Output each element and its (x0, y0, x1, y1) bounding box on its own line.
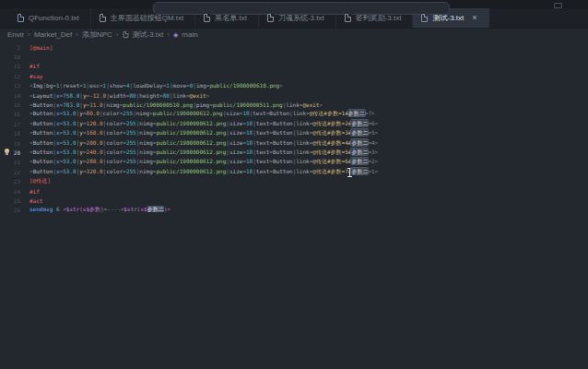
line-number: 18 (0, 130, 24, 137)
code-token: link (296, 120, 309, 126)
code-token: loadDelay (133, 82, 163, 89)
layout-toggle-icon[interactable] (554, 3, 562, 8)
code-token: text (256, 120, 269, 126)
code-text: [@传送] (24, 177, 51, 185)
code-token: 200.0 (87, 139, 103, 146)
code-token: text (256, 149, 269, 155)
lightbulb-icon[interactable] (4, 149, 10, 156)
file-icon (123, 31, 128, 38)
code-token: @传送#参数=1# (310, 110, 348, 116)
breadcrumb-item[interactable]: 添加NPC (82, 30, 112, 40)
code-token: public/1900000612.png (156, 158, 226, 164)
code-token: public/1900000612.png (156, 168, 226, 174)
code-token: #if (29, 188, 40, 195)
code-token: 53.0 (63, 139, 76, 146)
code-token: 255 (126, 149, 136, 155)
code-line[interactable]: 15<Button|x=783.0|y=11.0|nimg=public/190… (0, 100, 588, 109)
code-token: text (256, 139, 269, 146)
file-icon (421, 14, 428, 22)
code-line[interactable]: 18<Button|x=53.0|y=160.0|color=255|nimg=… (0, 129, 588, 138)
occurrence-highlight: 参数二 (348, 110, 365, 116)
code-text: <Button|x=783.0|y=11.0|nimg=public/19000… (24, 101, 323, 108)
code-text: #say (24, 73, 42, 79)
occurrence-highlight: 参数二 (351, 158, 368, 164)
code-token: size (229, 120, 242, 126)
line-number: 15 (0, 101, 24, 108)
command-center-box[interactable] (153, 2, 450, 15)
code-token: =3> (368, 149, 378, 155)
line-number: 25 (0, 197, 24, 204)
line-number: 11 (0, 63, 24, 69)
code-token: @传送#参数=7# (312, 168, 351, 174)
code-line[interactable]: 16<Button|x=53.0|y=80.0|color=255|nimg=p… (0, 110, 588, 119)
code-token: 255 (123, 110, 133, 116)
code-token: link (296, 139, 309, 146)
code-token: color (106, 168, 123, 174)
occurrence-highlight: 参数二 (351, 139, 368, 146)
breadcrumb-item[interactable]: 测试-3.txt (133, 30, 164, 40)
code-token: @传送#参数=6# (312, 158, 351, 164)
line-number: 12 (0, 73, 24, 79)
code-line[interactable]: 23[@传送] (0, 176, 588, 185)
code-text: <Button|x=53.0|y=80.0|color=255|nimg=pub… (24, 110, 375, 118)
code-line[interactable]: 25#act (0, 196, 588, 205)
code-line[interactable]: 14<Layout|x=758.0|y=-12.0|width=80|heigh… (0, 90, 588, 100)
code-token: Button (273, 129, 293, 136)
code-token: 11.0 (89, 101, 102, 108)
tab-QFunction-0.txt[interactable]: QFunction-0.txt (9, 8, 91, 28)
code-token: size (229, 129, 242, 136)
code-token: 255 (126, 168, 136, 174)
code-line[interactable]: 24#if (0, 186, 588, 196)
code-line[interactable]: 17<Button|x=53.0|y=120.0|color=255|nimg=… (0, 119, 588, 128)
breadcrumb-item[interactable]: Market_Def (34, 30, 72, 39)
code-text: <Button|x=53.0|y=120.0|color=255|nimg=pu… (24, 120, 378, 128)
close-tab-icon[interactable]: × (472, 14, 476, 22)
breadcrumb-separator: › (28, 30, 30, 39)
code-token: )> (164, 206, 171, 212)
occurrence-highlight: 参数二 (351, 149, 368, 155)
code-token: public/1900000612.png (156, 149, 226, 155)
code-token: color (106, 139, 123, 146)
breadcrumb: Envir›Market_Def›添加NPC›测试-3.txt›◈main (0, 29, 588, 41)
code-token: size (229, 158, 242, 164)
code-token: 240.0 (87, 149, 103, 155)
code-line[interactable]: 10 (0, 52, 588, 61)
code-text: #if (24, 63, 40, 69)
code-token: 53.0 (63, 110, 76, 116)
code-token: reset (63, 82, 79, 89)
code-token: 53.0 (63, 158, 76, 164)
breadcrumb-item[interactable]: main (182, 30, 197, 39)
code-token: color (106, 120, 123, 126)
line-number: 19 (0, 140, 24, 147)
code-line[interactable]: 22<Button|x=53.0|y=320.0|color=255|nimg=… (0, 167, 588, 176)
code-token: 53.0 (63, 149, 76, 155)
code-token: public/1900000612.png (156, 120, 226, 126)
code-text: <Img|bg=1|reset=1|esc=1|show=4|loadDelay… (24, 82, 283, 89)
code-token: =1> (368, 168, 378, 174)
code-token: link (296, 158, 309, 164)
code-token: link (296, 129, 309, 136)
breadcrumb-item[interactable]: Envir (7, 30, 24, 39)
code-token: width (110, 92, 126, 99)
code-token: 783.0 (63, 101, 79, 108)
code-token: 53.0 (63, 168, 76, 174)
code-line[interactable]: 19<Button|x=53.0|y=200.0|color=255|nimg=… (0, 138, 588, 148)
code-editor[interactable]: 1[@main]1011#if12#say13<Img|bg=1|reset=1… (0, 41, 588, 215)
code-line[interactable]: 1[@main] (0, 42, 588, 52)
code-line[interactable]: 20<Button|x=53.0|y=240.0|color=255|nimg=… (0, 148, 588, 157)
code-line[interactable]: 11#if (0, 62, 588, 71)
code-line[interactable]: 21<Button|x=53.0|y=280.0|color=255|nimg=… (0, 158, 588, 167)
code-token: img (196, 82, 206, 89)
code-line[interactable]: 12#say (0, 71, 588, 80)
tab-label: QFunction-0.txt (29, 14, 79, 22)
code-token: @传送#参数=4# (312, 139, 351, 146)
code-token: height (139, 92, 159, 99)
symbol-method-icon: ◈ (173, 31, 178, 39)
code-token: ---- (107, 206, 120, 212)
code-line[interactable]: 13<Img|bg=1|reset=1|esc=1|show=4|loadDel… (0, 81, 588, 90)
code-line[interactable]: 26sendmsg 6 <$str(s$参数)>----<$str(s$参数二)… (0, 206, 588, 215)
line-number: 26 (0, 207, 24, 213)
line-number: 1 (0, 44, 24, 51)
code-token: @传送#参数=5# (312, 149, 351, 155)
line-number: 13 (0, 82, 24, 89)
